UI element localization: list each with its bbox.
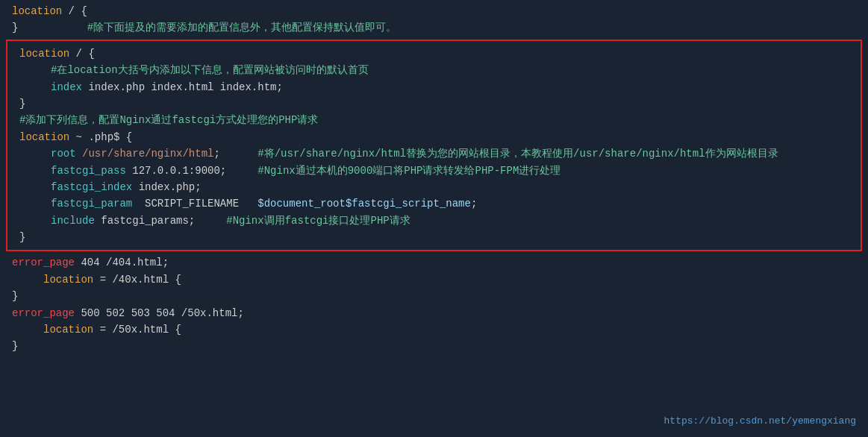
- h-line-21: include fastcgi_params; #Nginx调用fastcgi接…: [13, 213, 855, 229]
- h-line-7: }: [13, 95, 855, 112]
- after-line-3: }: [0, 288, 868, 304]
- h-line-3: #在location大括号内添加以下信息，配置网站被访问时的默认首页: [13, 62, 855, 78]
- after-line-1: error_page 404 /404.html;: [0, 254, 868, 271]
- h-line-9: #添加下列信息，配置Nginx通过fastcgi方式处理您的PHP请求: [13, 112, 855, 128]
- h-line-23: }: [13, 229, 855, 245]
- highlighted-code-block: location / { #在location大括号内添加以下信息，配置网站被访…: [6, 40, 862, 252]
- h-line-17: fastcgi_index index.php;: [13, 179, 855, 195]
- after-line-6: location = /50x.html {: [0, 321, 868, 338]
- watermark: https://blog.csdn.net/yemengxiang: [664, 414, 856, 430]
- pre-line-1: location / {: [0, 3, 868, 19]
- h-line-13: root /usr/share/nginx/html; #将/usr/share…: [13, 145, 855, 162]
- h-line-5: index index.php index.html index.htm;: [13, 79, 855, 95]
- after-line-5: error_page 500 502 503 504 /50x.html;: [0, 305, 868, 321]
- pre-line-2: } #除下面提及的需要添加的配置信息外，其他配置保持默认值即可。: [0, 19, 868, 36]
- h-line-1: location / {: [13, 45, 855, 62]
- h-line-15: fastcgi_pass 127.0.0.1:9000; #Nginx通过本机的…: [13, 163, 855, 179]
- h-line-11: location ~ .php$ {: [13, 129, 855, 145]
- after-line-2: location = /40x.html {: [0, 271, 868, 288]
- code-container: location / { } #除下面提及的需要添加的配置信息外，其他配置保持默…: [0, 0, 868, 437]
- h-line-19: fastcgi_param SCRIPT_FILENAME $document_…: [13, 195, 855, 212]
- after-line-7: }: [0, 338, 868, 354]
